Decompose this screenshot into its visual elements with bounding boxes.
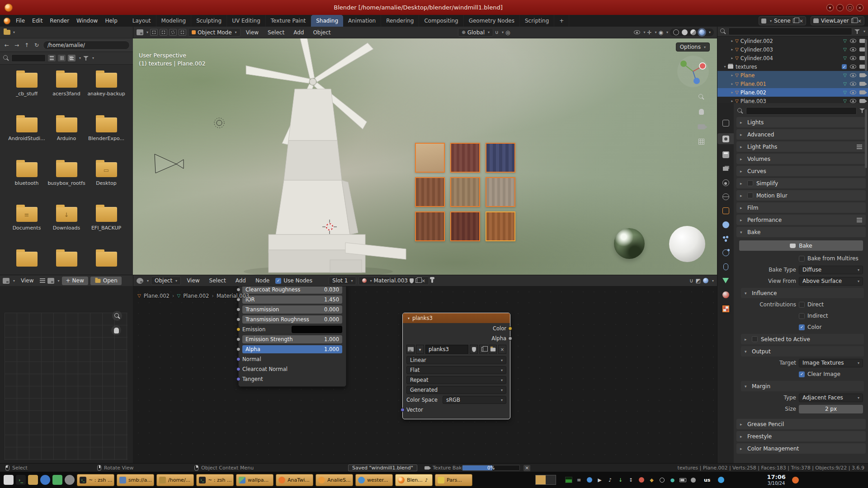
clipboard-icon[interactable]: ≡ <box>575 476 583 484</box>
folder-item[interactable]: Arduino <box>47 117 86 162</box>
color-space-dropdown[interactable]: sRGB▾ <box>443 396 506 404</box>
material-name[interactable]: Material.003 <box>374 277 408 284</box>
gizmos-caret[interactable]: ▾ <box>655 30 656 34</box>
view-list-button[interactable] <box>48 55 56 61</box>
tab-object-data[interactable] <box>717 277 734 284</box>
panel-light-paths[interactable]: ▸Light Paths <box>736 141 866 152</box>
tab-world[interactable] <box>717 193 734 200</box>
scene-browse-caret[interactable]: ▾ <box>770 19 772 23</box>
clear-image-checkbox[interactable]: ✓ <box>799 371 805 377</box>
image-editor-menus-icon[interactable] <box>40 278 45 283</box>
cpu-graph-icon[interactable] <box>565 476 572 484</box>
zoom-gizmo-icon[interactable] <box>112 311 122 321</box>
breadcrumb-object[interactable]: Plane.002 <box>144 293 170 299</box>
image-texture-node-header[interactable]: ▾planks3 <box>403 313 510 323</box>
texture-tile[interactable] <box>450 177 480 207</box>
tab-scene[interactable] <box>717 179 734 186</box>
keyboard-layout-indicator[interactable]: us <box>704 477 710 483</box>
image-editor-type-caret[interactable]: ▾ <box>13 279 15 283</box>
view-layer-name[interactable]: ViewLayer <box>821 18 849 24</box>
select-mode-circle-icon[interactable] <box>169 29 177 36</box>
tab-render[interactable] <box>717 133 734 144</box>
terminal-launcher-icon[interactable]: ›_ <box>16 475 26 485</box>
use-nodes-checkbox[interactable]: ✓ <box>275 278 281 284</box>
image-browse-caret[interactable]: ▾ <box>58 279 60 283</box>
image-browse-icon[interactable] <box>47 278 54 284</box>
simplify-checkbox[interactable] <box>747 180 753 186</box>
hide-icon[interactable] <box>850 73 856 77</box>
gizmos-icon[interactable]: ✛ <box>647 29 651 36</box>
workspace-pager[interactable] <box>535 475 556 485</box>
panel-advanced[interactable]: ▸Advanced <box>736 129 866 140</box>
texture-tile[interactable] <box>415 211 445 241</box>
folder-item[interactable] <box>86 252 126 275</box>
shader-add-menu[interactable]: Add <box>232 275 250 286</box>
emission-color-swatch[interactable] <box>292 326 342 333</box>
workspace-tab-rendering[interactable]: Rendering <box>381 15 419 27</box>
workspace-tab-texture-paint[interactable]: Texture Paint <box>266 15 311 27</box>
shader-editor-type-caret[interactable]: ▾ <box>147 279 149 283</box>
texture-tile[interactable] <box>486 143 515 173</box>
margin-size-slider[interactable]: 2 px <box>799 405 863 413</box>
overlays-caret[interactable]: ▾ <box>666 30 668 34</box>
file-search-input[interactable] <box>11 54 46 62</box>
tab-material[interactable] <box>717 291 734 298</box>
indicator-icon[interactable] <box>658 476 666 484</box>
image-browse-icon[interactable] <box>406 345 415 354</box>
taskbar-window-button[interactable]: Pars... <box>435 474 472 486</box>
updates-icon[interactable] <box>689 476 697 484</box>
options-dropdown[interactable]: Options▾ <box>676 42 710 52</box>
new-scene-icon[interactable] <box>793 19 797 23</box>
wireframe-shading-button[interactable] <box>673 29 679 35</box>
open-image-icon[interactable] <box>489 345 497 354</box>
alpha-input-row[interactable]: Alpha1.000 <box>242 345 342 354</box>
path-field[interactable]: /home/amalie/ <box>43 41 130 50</box>
principled-bsdf-node[interactable]: Clearcoat Roughness0.030 IOR1.450 Transm… <box>238 286 346 387</box>
pan-hand-icon[interactable] <box>696 107 706 117</box>
outliner-row-selected[interactable]: ▸▽Plane▽ <box>717 71 868 80</box>
file-browser-editor-icon[interactable] <box>4 30 10 35</box>
overlays-icon[interactable]: ◉ <box>659 29 663 36</box>
scene-selector[interactable]: ▾ Scene × <box>759 16 806 25</box>
folder-item[interactable]: busybox_rootfs <box>47 162 86 207</box>
scene-name[interactable]: Scene <box>774 18 791 24</box>
taskbar-window-button[interactable]: ›_~ : zsh ... <box>77 474 114 486</box>
emission-color-row[interactable]: Emission <box>242 325 342 334</box>
hide-icon[interactable] <box>850 82 856 86</box>
panel-bake[interactable]: ▾Bake <box>736 227 866 237</box>
shading-overlay-caret[interactable]: ▾ <box>712 279 714 283</box>
snap-node-icon[interactable]: ∪ <box>689 277 693 284</box>
outliner-collection-row[interactable]: ▾textures✓ <box>717 62 868 71</box>
alpha-output-row[interactable]: Alpha <box>406 334 506 343</box>
breadcrumb-mesh[interactable]: Plane.002 <box>183 293 209 299</box>
refresh-button[interactable]: ↻ <box>33 42 40 48</box>
workspace-tab-shading[interactable]: Shading <box>311 15 343 27</box>
new-material-icon[interactable] <box>415 278 420 283</box>
normal-input-row[interactable]: Normal <box>242 355 342 364</box>
menu-edit[interactable]: Edit <box>28 15 46 27</box>
selected-to-active-checkbox[interactable] <box>752 336 758 342</box>
rendered-shading-button[interactable] <box>699 29 705 35</box>
add-workspace-button[interactable]: + <box>554 15 569 27</box>
taskbar-window-button[interactable]: ›_~ : zsh ... <box>196 474 234 486</box>
overlay-node-icon[interactable]: ◩ <box>696 277 701 284</box>
color-checkbox[interactable]: ✓ <box>799 324 805 330</box>
workspace-tab-modeling[interactable]: Modeling <box>156 15 192 27</box>
outliner-search-input[interactable] <box>728 28 852 35</box>
shader-view-menu[interactable]: View <box>183 275 203 286</box>
tab-output[interactable] <box>717 151 734 158</box>
taskbar-window-button[interactable]: smb://a... <box>117 474 154 486</box>
node-input-row[interactable]: Emission Strength1.000 <box>242 335 342 344</box>
color-space-row[interactable]: Color SpacesRGB▾ <box>406 395 506 404</box>
image-datablock-selector[interactable]: ▾ planks3 × <box>406 345 506 354</box>
texture-tile[interactable] <box>450 143 480 173</box>
texture-tile[interactable] <box>486 177 515 207</box>
viewport-editor-type-caret[interactable]: ▾ <box>146 30 148 34</box>
battery-icon[interactable] <box>679 476 687 484</box>
panel-menu-icon[interactable] <box>857 218 862 222</box>
tab-particles[interactable] <box>717 235 734 242</box>
folder-item[interactable]: bluetooth <box>7 162 47 207</box>
node-input-row[interactable]: IOR1.450 <box>242 295 342 304</box>
outliner-row[interactable]: ▸▽Plane.003▽ <box>717 97 868 103</box>
extension-dropdown[interactable]: Repeat▾ <box>406 375 506 385</box>
